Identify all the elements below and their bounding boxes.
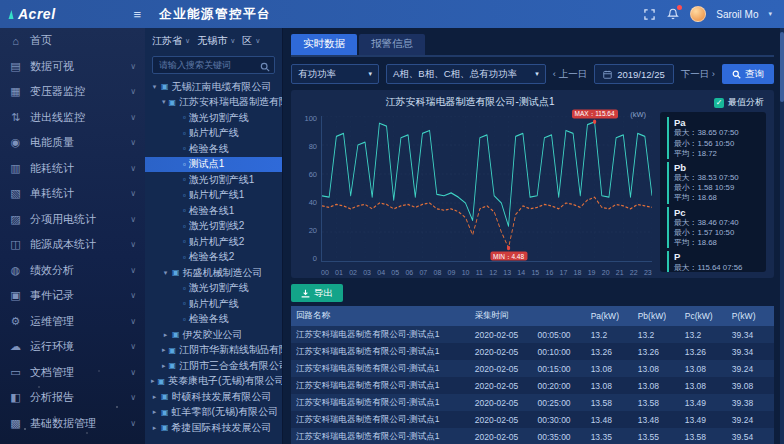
tree-expander-icon[interactable]: ▸ xyxy=(151,377,155,385)
tree-expander-icon[interactable]: ▾ xyxy=(162,98,166,106)
sidebar-item[interactable]: ◫ 能源成本统计 ∨ xyxy=(0,232,145,258)
chevron-down-icon: ∨ xyxy=(130,215,136,224)
tree-node[interactable]: ▫ 贴片机产线 xyxy=(145,126,282,142)
prev-day-button[interactable]: ‹ 上一日 xyxy=(553,68,587,81)
company-icon: ▫ xyxy=(183,175,186,184)
cell-p: 39.24 xyxy=(727,411,774,428)
cell-pa: 13.48 xyxy=(586,411,633,428)
tab-realtime-data[interactable]: 实时数据 xyxy=(291,34,357,55)
sidebar-item[interactable]: ▭ 文档管理 ∨ xyxy=(0,360,145,386)
query-button[interactable]: 查询 xyxy=(722,64,774,84)
cell-p: 39.08 xyxy=(727,377,774,394)
fullscreen-icon[interactable] xyxy=(642,7,656,21)
export-button[interactable]: 导出 xyxy=(291,284,343,302)
cell-date: 2020-02-05 xyxy=(470,428,533,444)
tree-node[interactable]: ▸ ▣ 虹羊零部(无锡)有限公司 xyxy=(145,405,282,421)
sidebar-item[interactable]: ☁ 运行环境 ∨ xyxy=(0,334,145,360)
phase-multiselect[interactable]: A相、B相、C相、总有功功率▾ xyxy=(386,64,546,84)
cell-pb: 13.58 xyxy=(633,394,680,411)
sidebar-item[interactable]: ◍ 绩效分析 ∨ xyxy=(0,258,145,284)
tree-node[interactable]: ▫ 激光切割线2 xyxy=(145,219,282,235)
company-icon: ▣ xyxy=(172,330,180,339)
sidebar-item[interactable]: ▣ 事件记录 ∨ xyxy=(0,283,145,309)
sidebar-item-label: 运维管理 xyxy=(30,314,74,329)
sidebar-item[interactable]: ⌂ 首页 xyxy=(0,28,145,54)
tree-node[interactable]: ▫ 激光切割产线 xyxy=(145,110,282,126)
cell-pa: 13.2 xyxy=(586,326,633,343)
tree-expander-icon[interactable]: ▾ xyxy=(162,269,169,277)
scrollbar[interactable] xyxy=(780,28,784,444)
tree-expander-icon[interactable]: ▸ xyxy=(162,362,166,370)
metric-select[interactable]: 有功功率▾ xyxy=(291,64,379,84)
sidebar-item[interactable]: ▧ 单耗统计 ∨ xyxy=(0,181,145,207)
tree-expander-icon[interactable]: ▸ xyxy=(162,331,169,339)
tree-node-label: 激光切割线2 xyxy=(189,219,245,233)
sidebar-item[interactable]: ▤ 数据可视 ∨ xyxy=(0,54,145,80)
sidebar-item-icon: ◉ xyxy=(9,136,22,149)
tree-node[interactable]: ▫ 检验各线2 xyxy=(145,250,282,266)
city-select[interactable]: 无锡市∨ xyxy=(197,34,235,48)
notification-bell-icon[interactable] xyxy=(666,7,680,21)
tree-node[interactable]: ▫ 贴片机产线1 xyxy=(145,188,282,204)
tree-node[interactable]: ▸ ▣ 英泰康电子(无锡)有限公司 xyxy=(145,374,282,390)
sidebar-item-label: 运行环境 xyxy=(30,339,74,354)
sidebar-item[interactable]: ▦ 变压器监控 ∨ xyxy=(0,79,145,105)
sidebar-item[interactable]: ▩ 基础数据管理 ∨ xyxy=(0,411,145,437)
tree-node[interactable]: ▾ ▣ 拓盛机械制造公司 xyxy=(145,265,282,281)
sidebar-item[interactable]: ▥ 能耗统计 ∨ xyxy=(0,156,145,182)
sidebar-item[interactable]: ◧ 分析报告 ∨ xyxy=(0,385,145,411)
sidebar-item[interactable]: ⚙ 运维管理 ∨ xyxy=(0,309,145,335)
tree-node[interactable]: ▫ 检验各线 xyxy=(145,141,282,157)
tree-node[interactable]: ▸ ▣ 江阴市华新精线制品有限公司 xyxy=(145,343,282,359)
tree-node[interactable]: ▸ ▣ 伊发胶业公司 xyxy=(145,327,282,343)
scrollbar-thumb[interactable] xyxy=(780,32,784,102)
tree-node[interactable]: ▸ ▣ 江阴市三合金线有限公司 xyxy=(145,358,282,374)
tree-node[interactable]: ▫ 激光切割产线 xyxy=(145,281,282,297)
tree-node[interactable]: ▫ 检验各线1 xyxy=(145,203,282,219)
tree-expander-icon[interactable]: ▸ xyxy=(151,393,158,401)
sidebar-item[interactable]: ⇅ 进出线监控 ∨ xyxy=(0,105,145,131)
sidebar-item-label: 电能质量 xyxy=(30,135,74,150)
tree-expander-icon[interactable]: ▸ xyxy=(162,346,166,354)
next-day-button[interactable]: 下一日 › xyxy=(681,68,715,81)
chevron-down-icon: ∨ xyxy=(130,266,136,275)
user-name[interactable]: Saroil Mo xyxy=(716,9,758,20)
tree-expander-icon[interactable]: ▾ xyxy=(151,83,158,91)
tree-node[interactable]: ▫ 贴片机产线2 xyxy=(145,234,282,250)
cell-circuit: 江苏安科瑞电器制造有限公司-测试点1 xyxy=(291,428,470,444)
tree-search-input[interactable] xyxy=(152,56,275,74)
province-select[interactable]: 江苏省∨ xyxy=(152,34,190,48)
company-icon: ▫ xyxy=(183,253,186,262)
tree-node[interactable]: ▫ 贴片机产线 xyxy=(145,296,282,312)
tab-alarm-info[interactable]: 报警信息 xyxy=(359,34,425,55)
cell-circuit: 江苏安科瑞电器制造有限公司-测试点1 xyxy=(291,343,470,360)
tree-expander-icon[interactable]: ▸ xyxy=(151,408,158,416)
district-select[interactable]: 区∨ xyxy=(242,34,260,48)
cell-pa: 13.58 xyxy=(586,394,633,411)
tree-node[interactable]: ▸ ▣ 希捷国际科技发展公司 xyxy=(145,420,282,436)
user-menu-caret-icon[interactable]: ▾ xyxy=(768,10,772,18)
tree-node-label: 贴片机产线 xyxy=(189,297,239,311)
search-icon[interactable] xyxy=(260,58,270,76)
avatar[interactable] xyxy=(690,6,706,22)
tree-node[interactable]: ▾ ▣ 无锡江南电缆有限公司 xyxy=(145,79,282,95)
tree-node[interactable]: ▫ 激光切割产线1 xyxy=(145,172,282,188)
tree-node[interactable]: ▾ ▣ 江苏安科瑞电器制造有限公司 xyxy=(145,95,282,111)
sidebar-item-label: 数据可视 xyxy=(30,59,74,74)
x-tick: 23 xyxy=(644,269,652,276)
cell-time: 00:35:00 xyxy=(533,428,586,444)
tree-expander-icon[interactable]: ▸ xyxy=(151,424,158,432)
date-picker[interactable]: 2019/12/25 xyxy=(594,64,674,84)
y-axis-labels: 100806040200 xyxy=(299,116,321,262)
minmax-analysis-toggle[interactable]: ✓ 最值分析 xyxy=(714,96,764,109)
tree-node[interactable]: ▫ 测试点1 xyxy=(145,157,282,173)
sidebar-item[interactable]: ▨ 分项用电统计 ∨ xyxy=(0,207,145,233)
content-tabs: 实时数据 报警信息 xyxy=(291,34,774,57)
tree-node-label: 检验各线2 xyxy=(189,250,235,264)
org-tree-panel: 江苏省∨ 无锡市∨ 区∨ ▾ ▣ 无锡江南电缆有限公司 ▾ ▣ 江苏安科瑞电 xyxy=(145,28,283,444)
x-tick: 18 xyxy=(574,269,582,276)
tree-node[interactable]: ▸ ▣ 时硕科技发展有限公司 xyxy=(145,389,282,405)
tree-node[interactable]: ▫ 检验各线 xyxy=(145,312,282,328)
sidebar-item[interactable]: ◉ 电能质量 ∨ xyxy=(0,130,145,156)
menu-toggle-icon[interactable]: ≡ xyxy=(133,7,145,22)
